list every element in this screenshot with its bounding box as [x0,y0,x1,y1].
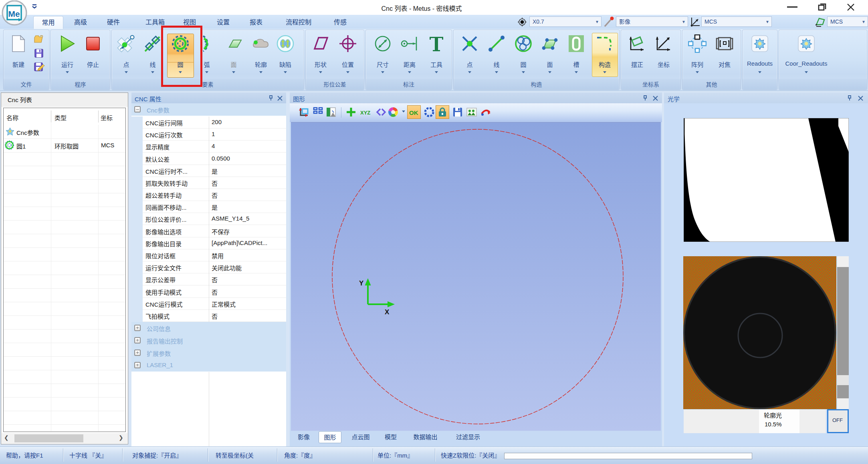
svg-text:Me: Me [8,9,20,18]
svg-text:XYZ: XYZ [360,110,370,116]
svg-text:X: X [385,308,390,316]
svg-text:Y: Y [359,279,364,287]
svg-text:OK: OK [409,109,418,116]
